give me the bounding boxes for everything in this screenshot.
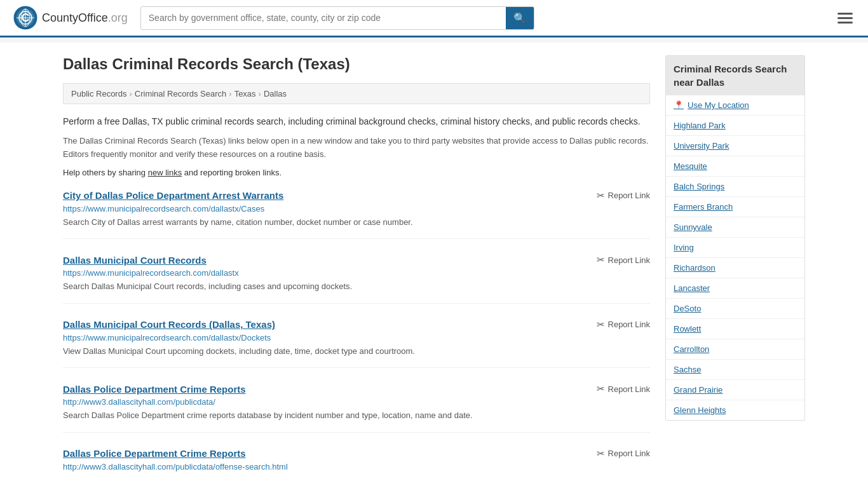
- content-area: Dallas Criminal Records Search (Texas) P…: [63, 55, 650, 488]
- report-link-label: Report Link: [608, 320, 650, 329]
- result-url[interactable]: https://www.municipalrecordsearch.com/da…: [63, 333, 650, 342]
- report-link-label: Report Link: [608, 384, 650, 394]
- report-link-button[interactable]: ✂ Report Link: [597, 383, 650, 395]
- sidebar-item[interactable]: Grand Prairie: [666, 380, 804, 400]
- sidebar-item-use-my-location[interactable]: 📍 Use My Location: [666, 95, 804, 116]
- report-link-button[interactable]: ✂ Report Link: [597, 319, 650, 330]
- result-url[interactable]: https://www.municipalrecordsearch.com/da…: [63, 204, 650, 214]
- breadcrumb-sep: ›: [129, 89, 132, 98]
- result-url[interactable]: https://www.municipalrecordsearch.com/da…: [63, 268, 650, 278]
- nearby-city-link[interactable]: Sachse: [666, 360, 804, 379]
- result-desc: Search Dallas Municipal Court records, i…: [63, 280, 650, 293]
- sidebar-item[interactable]: Rowlett: [666, 319, 804, 339]
- sidebar-item[interactable]: Glenn Heights: [666, 400, 804, 420]
- nearby-city-link[interactable]: Farmers Branch: [666, 197, 804, 217]
- breadcrumb-criminal-records[interactable]: Criminal Records Search: [135, 89, 227, 98]
- nearby-city-link[interactable]: Glenn Heights: [666, 400, 804, 420]
- result-title[interactable]: Dallas Police Department Crime Reports: [63, 384, 246, 395]
- sidebar-item[interactable]: Sachse: [666, 360, 804, 380]
- nearby-city-link[interactable]: Rowlett: [666, 319, 804, 339]
- result-url[interactable]: http://www3.dallascityhall.com/publicdat…: [63, 397, 650, 407]
- report-link-button[interactable]: ✂ Report Link: [597, 254, 650, 266]
- new-links-link[interactable]: new links: [148, 168, 182, 177]
- result-header: Dallas Police Department Crime Reports ✂…: [63, 448, 650, 459]
- results-list: City of Dallas Police Department Arrest …: [63, 190, 650, 484]
- report-link-button[interactable]: ✂ Report Link: [597, 448, 650, 459]
- nearby-city-link[interactable]: Highland Park: [666, 116, 804, 135]
- result-item: Dallas Police Department Crime Reports ✂…: [63, 448, 650, 484]
- breadcrumb-public-records[interactable]: Public Records: [71, 89, 126, 98]
- sidebar-box: Criminal Records Search near Dallas 📍 Us…: [665, 55, 805, 421]
- result-title[interactable]: City of Dallas Police Department Arrest …: [63, 190, 283, 201]
- sidebar: Criminal Records Search near Dallas 📍 Us…: [665, 55, 805, 488]
- main-layout: Dallas Criminal Records Search (Texas) P…: [53, 43, 815, 488]
- sidebar-nearby-list: 📍 Use My Location Highland ParkUniversit…: [666, 95, 804, 420]
- result-title[interactable]: Dallas Municipal Court Records (Dallas, …: [63, 319, 275, 330]
- result-desc: View Dallas Municipal Court upcoming doc…: [63, 345, 650, 358]
- result-header: Dallas Municipal Court Records (Dallas, …: [63, 319, 650, 330]
- breadcrumb-dallas[interactable]: Dallas: [264, 89, 287, 98]
- search-input[interactable]: [141, 8, 506, 28]
- menu-line: [837, 22, 853, 24]
- menu-button[interactable]: [835, 10, 855, 26]
- nearby-city-link[interactable]: Irving: [666, 238, 804, 257]
- search-button[interactable]: 🔍: [506, 7, 534, 29]
- sidebar-item[interactable]: Richardson: [666, 258, 804, 278]
- intro-paragraph-1: Perform a free Dallas, TX public crimina…: [63, 114, 650, 128]
- result-header: Dallas Police Department Crime Reports ✂…: [63, 383, 650, 395]
- result-header: City of Dallas Police Department Arrest …: [63, 190, 650, 201]
- report-link-label: Report Link: [608, 449, 650, 458]
- nearby-city-link[interactable]: Carrollton: [666, 339, 804, 359]
- nearby-city-link[interactable]: Grand Prairie: [666, 380, 804, 400]
- menu-line: [837, 17, 853, 19]
- site-header: C CountyOffice.org 🔍: [0, 0, 868, 37]
- report-link-label: Report Link: [608, 255, 650, 265]
- result-item: City of Dallas Police Department Arrest …: [63, 190, 650, 240]
- breadcrumb: Public Records › Criminal Records Search…: [63, 83, 650, 104]
- sidebar-item[interactable]: Lancaster: [666, 278, 804, 299]
- result-url[interactable]: http://www3.dallascityhall.com/publicdat…: [63, 462, 650, 471]
- report-icon: ✂: [597, 448, 605, 459]
- sidebar-title: Criminal Records Search near Dallas: [666, 56, 804, 95]
- search-bar: 🔍: [140, 6, 534, 30]
- report-icon: ✂: [597, 319, 605, 330]
- logo[interactable]: C CountyOffice.org: [13, 5, 128, 30]
- report-link-label: Report Link: [608, 191, 650, 200]
- report-icon: ✂: [597, 190, 605, 201]
- page-title: Dallas Criminal Records Search (Texas): [63, 55, 650, 73]
- report-link-button[interactable]: ✂ Report Link: [597, 190, 650, 201]
- result-item: Dallas Police Department Crime Reports ✂…: [63, 383, 650, 433]
- nearby-city-link[interactable]: Sunnyvale: [666, 217, 804, 237]
- nearby-city-link[interactable]: Mesquite: [666, 156, 804, 176]
- sub-header-bar: [0, 37, 868, 43]
- result-desc: Search Dallas Police Department crime re…: [63, 409, 650, 422]
- nearby-city-link[interactable]: Balch Springs: [666, 177, 804, 196]
- result-title[interactable]: Dallas Police Department Crime Reports: [63, 448, 246, 459]
- help-text: Help others by sharing new links and rep…: [63, 168, 650, 177]
- result-header: Dallas Municipal Court Records ✂ Report …: [63, 254, 650, 266]
- intro-paragraph-2: The Dallas Criminal Records Search (Texa…: [63, 135, 650, 161]
- nearby-city-link[interactable]: University Park: [666, 136, 804, 156]
- sidebar-item[interactable]: Mesquite: [666, 156, 804, 177]
- sidebar-item[interactable]: Balch Springs: [666, 177, 804, 197]
- logo-icon: C: [13, 5, 38, 30]
- nearby-city-link[interactable]: Richardson: [666, 258, 804, 278]
- nearby-city-link[interactable]: DeSoto: [666, 299, 804, 318]
- result-desc: Search City of Dallas arrest warrants by…: [63, 216, 650, 229]
- sidebar-item[interactable]: University Park: [666, 136, 804, 156]
- search-icon: 🔍: [513, 13, 526, 24]
- nearby-city-link[interactable]: Lancaster: [666, 278, 804, 298]
- use-my-location-link[interactable]: 📍 Use My Location: [666, 95, 804, 115]
- sidebar-item[interactable]: Sunnyvale: [666, 217, 804, 238]
- report-icon: ✂: [597, 383, 605, 395]
- result-title[interactable]: Dallas Municipal Court Records: [63, 255, 207, 266]
- breadcrumb-sep: ›: [259, 89, 261, 98]
- sidebar-item[interactable]: Highland Park: [666, 116, 804, 136]
- sidebar-item[interactable]: Carrollton: [666, 339, 804, 360]
- sidebar-item[interactable]: Irving: [666, 238, 804, 258]
- result-item: Dallas Municipal Court Records (Dallas, …: [63, 319, 650, 369]
- sidebar-item[interactable]: Farmers Branch: [666, 197, 804, 217]
- logo-text: CountyOffice.org: [42, 11, 128, 25]
- sidebar-item[interactable]: DeSoto: [666, 299, 804, 319]
- breadcrumb-texas[interactable]: Texas: [234, 89, 256, 98]
